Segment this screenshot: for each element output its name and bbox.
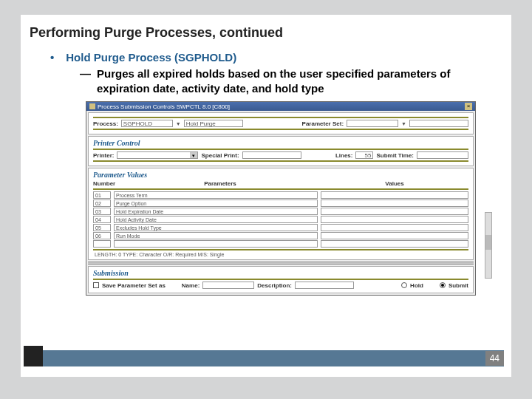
process-panel: Process: SGPHOLD ▼ Hold Purge Parameter … (88, 112, 474, 134)
col-values: Values (321, 180, 468, 187)
divider (93, 160, 468, 162)
param-name: Run Mode (114, 232, 318, 239)
desc-label: Description: (257, 282, 292, 289)
param-num[interactable] (93, 240, 111, 248)
slide-title: Performing Purge Processes, continued (21, 15, 511, 41)
param-value[interactable] (321, 191, 468, 199)
divider (93, 149, 468, 150)
app-icon (89, 103, 95, 109)
paramset-field[interactable] (347, 120, 398, 127)
bullet-text: Hold Purge Process (SGPHOLD) (66, 51, 236, 64)
param-num[interactable]: 01 (93, 191, 111, 199)
param-row: 06Run Mode (93, 232, 468, 239)
param-row: 01Process Term (93, 191, 468, 199)
page-number: 44 (485, 351, 504, 366)
special-print-label: Special Print: (201, 152, 239, 159)
param-value[interactable] (321, 208, 468, 215)
name-label: Name: (182, 282, 200, 289)
special-print-field[interactable] (242, 151, 301, 159)
lines-label: Lines: (335, 152, 353, 159)
param-name: Excludes Hold Type (114, 224, 318, 231)
paramset-desc-field (409, 120, 468, 127)
col-parameters: Parameters (120, 180, 321, 187)
printer-section-title: Printer Control (93, 139, 468, 147)
bullet-dot-icon: • (50, 51, 54, 64)
process-label: Process: (93, 120, 118, 127)
param-name (114, 240, 318, 248)
divider (93, 117, 468, 118)
param-section-title: Parameter Values (93, 171, 468, 179)
submit-label: Submit (449, 282, 468, 289)
param-row: 04Hold Activity Date (93, 216, 468, 223)
param-value[interactable] (321, 216, 468, 223)
panel-separator (88, 262, 474, 265)
param-name: Hold Activity Date (114, 216, 318, 223)
param-name: Hold Expiration Date (114, 208, 318, 215)
save-param-label: Save Parameter Set as (102, 282, 166, 289)
submission-title: Submission (93, 269, 468, 277)
param-num[interactable]: 02 (93, 200, 111, 207)
scrollbar[interactable] (485, 212, 492, 279)
param-name: Purge Option (114, 200, 318, 207)
param-num[interactable]: 04 (93, 216, 111, 223)
slide-container: Performing Purge Processes, continued • … (21, 15, 511, 377)
param-value[interactable] (321, 200, 468, 207)
parameters-panel: Parameter Values Number Parameters Value… (88, 168, 474, 260)
divider (93, 249, 468, 250)
footer-bar: 44 (28, 350, 504, 366)
footer-accent-icon (24, 346, 43, 366)
length-info: LENGTH: 0 TYPE: Character O/R: Required … (95, 252, 468, 257)
printer-label: Printer: (93, 152, 114, 159)
printer-dropdown[interactable]: ▾ (117, 151, 198, 159)
printer-panel: Printer Control Printer: ▾ Special Print… (88, 136, 474, 166)
submit-time-field[interactable] (417, 151, 468, 159)
param-num[interactable]: 05 (93, 224, 111, 231)
save-param-checkbox[interactable] (93, 282, 99, 288)
param-value[interactable] (321, 224, 468, 231)
param-value[interactable] (321, 232, 468, 239)
submit-radio[interactable] (440, 282, 446, 288)
param-num[interactable]: 06 (93, 232, 111, 239)
slide-body: • Hold Purge Process (SGPHOLD) — Purges … (21, 41, 511, 296)
name-field[interactable] (202, 282, 254, 289)
chevron-down-icon: ▾ (190, 152, 197, 158)
param-row: 02Purge Option (93, 200, 468, 207)
close-icon[interactable]: × (465, 103, 472, 110)
lines-field[interactable]: 55 (355, 151, 373, 159)
param-num[interactable]: 03 (93, 208, 111, 215)
bullet-item: • Hold Purge Process (SGPHOLD) (50, 51, 494, 64)
scrollbar-thumb[interactable] (485, 235, 491, 250)
dash-icon: — (80, 66, 91, 95)
window-titlebar[interactable]: Process Submission Controls SWPCTL 8.0 [… (86, 102, 475, 111)
paramset-label: Parameter Set: (302, 120, 344, 127)
subbullet-text: Purges all expired holds based on the us… (97, 66, 494, 95)
param-row: 05Excludes Hold Type (93, 224, 468, 231)
param-header-row: Number Parameters Values (93, 180, 468, 187)
desc-field[interactable] (295, 282, 354, 289)
col-number: Number (93, 180, 120, 187)
embedded-screenshot: Process Submission Controls SWPCTL 8.0 [… (50, 101, 494, 296)
process-field[interactable]: SGPHOLD (121, 120, 173, 127)
subbullet-item: — Purges all expired holds based on the … (50, 66, 494, 95)
divider (93, 279, 468, 280)
param-name: Process Term (114, 191, 318, 199)
process-desc-field: Hold Purge (184, 120, 243, 127)
divider (93, 188, 468, 190)
param-row (93, 240, 468, 248)
param-row: 03Hold Expiration Date (93, 208, 468, 215)
divider (93, 129, 468, 130)
window-title: Process Submission Controls SWPCTL 8.0 [… (98, 103, 230, 110)
submission-panel: Submission Save Parameter Set as Name: D… (88, 266, 474, 293)
param-value[interactable] (321, 240, 468, 248)
submit-time-label: Submit Time: (376, 152, 414, 159)
hold-radio[interactable] (401, 282, 407, 288)
hold-label: Hold (410, 282, 423, 289)
